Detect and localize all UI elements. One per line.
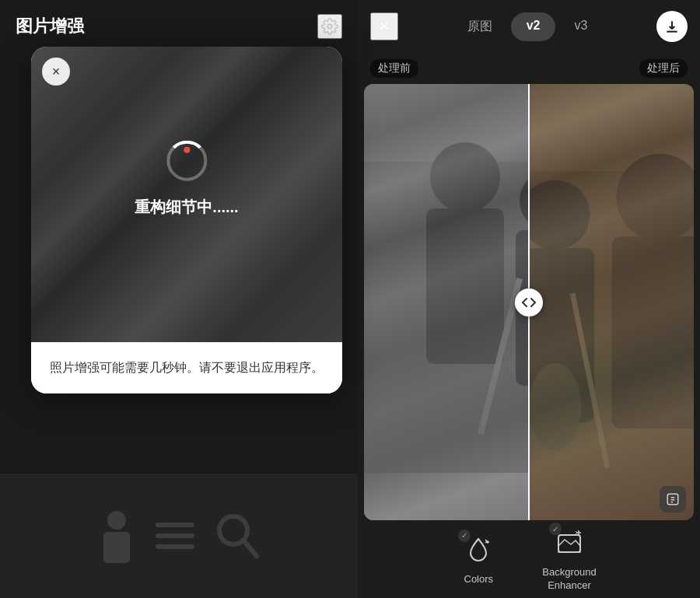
background-enhancer-label: BackgroundEnhancer xyxy=(542,566,596,593)
colors-tool[interactable]: ✓ Colors xyxy=(461,533,495,586)
background-enhancer-icon-area: ✓ xyxy=(552,526,586,560)
processing-text: 重构细节中...... xyxy=(135,197,238,218)
colors-checkmark: ✓ xyxy=(458,530,471,542)
right-panel: × 原图 v2 v3 处理前 处理后 xyxy=(358,0,700,598)
svg-line-42 xyxy=(576,533,577,534)
spinner-dot xyxy=(184,147,190,153)
left-panel-title: 图片增强 xyxy=(16,15,84,38)
version-tab-v2[interactable]: v2 xyxy=(511,12,556,41)
before-label: 处理前 xyxy=(370,59,418,78)
overlay-area: × 重构细节中...... 照片增强可能需要几秒钟。请不要退出应用程序。 xyxy=(31,47,342,458)
settings-button[interactable] xyxy=(317,14,342,39)
svg-rect-5 xyxy=(156,544,194,549)
thumb-lines-icon xyxy=(152,516,198,555)
modal-close-button[interactable]: × xyxy=(42,58,70,86)
thumb-person-icon xyxy=(97,509,136,563)
after-label: 处理后 xyxy=(639,59,688,78)
svg-point-12 xyxy=(520,180,590,250)
before-after-bar: 处理前 处理后 xyxy=(358,53,700,84)
svg-rect-2 xyxy=(103,532,130,563)
left-header: 图片增强 xyxy=(0,0,358,47)
version-tabs: 原图 v2 v3 xyxy=(404,12,650,41)
bottom-tools: ✓ Colors ✓ xyxy=(358,520,700,598)
version-tab-original[interactable]: 原图 xyxy=(452,12,508,41)
colors-tool-icon-area: ✓ xyxy=(461,533,495,567)
svg-line-36 xyxy=(485,540,487,541)
processing-modal: × 重构细节中...... 照片增强可能需要几秒钟。请不要退出应用程序。 xyxy=(31,47,342,393)
svg-line-41 xyxy=(576,531,577,533)
comparison-handle[interactable] xyxy=(515,289,543,316)
svg-point-21 xyxy=(430,142,500,212)
download-button[interactable] xyxy=(656,11,688,42)
right-close-button[interactable]: × xyxy=(370,12,398,40)
modal-message-text: 照片增强可能需要几秒钟。请不要退出应用程序。 xyxy=(50,358,324,378)
svg-point-0 xyxy=(327,24,332,29)
svg-rect-22 xyxy=(426,208,504,364)
info-button-container xyxy=(660,486,686,512)
svg-rect-15 xyxy=(612,236,694,428)
modal-image-area: × 重构细节中...... xyxy=(31,47,342,342)
svg-point-16 xyxy=(529,363,581,450)
bottom-thumbnails xyxy=(0,474,358,598)
left-panel: 图片增强 × xyxy=(0,0,358,598)
spinner-container: 重构细节中...... xyxy=(135,141,238,218)
info-button[interactable] xyxy=(660,486,686,512)
comparison-area xyxy=(364,84,694,520)
bg-enhancer-checkmark: ✓ xyxy=(549,523,562,535)
version-tab-v3[interactable]: v3 xyxy=(558,12,603,41)
colors-label: Colors xyxy=(464,573,494,586)
thumb-search-icon xyxy=(214,511,261,561)
svg-line-7 xyxy=(243,540,257,556)
loading-spinner xyxy=(166,141,207,181)
svg-rect-4 xyxy=(156,533,194,538)
svg-rect-3 xyxy=(156,523,194,527)
background-enhancer-tool[interactable]: ✓ BackgroundEnhancer xyxy=(542,526,596,593)
svg-point-1 xyxy=(107,511,126,530)
modal-message-box: 照片增强可能需要几秒钟。请不要退出应用程序。 xyxy=(31,342,342,393)
right-header: × 原图 v2 v3 xyxy=(358,0,700,53)
